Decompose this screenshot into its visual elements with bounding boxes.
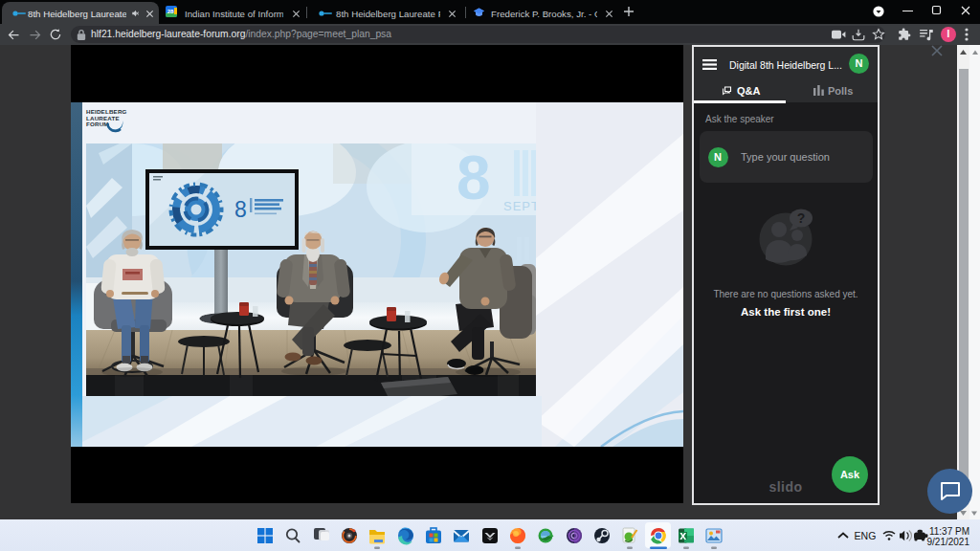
svg-text:28: 28 bbox=[167, 9, 174, 14]
svg-text:FORUM: FORUM bbox=[86, 121, 109, 127]
svg-text:?: ? bbox=[797, 210, 806, 226]
svg-text:11:37 PM: 11:37 PM bbox=[929, 526, 969, 537]
svg-text:8: 8 bbox=[234, 197, 247, 222]
svg-text:ENG: ENG bbox=[855, 530, 877, 541]
svg-text:8: 8 bbox=[457, 143, 491, 212]
svg-text:SEPT: SEPT bbox=[503, 199, 540, 213]
svg-text:9/21/2021: 9/21/2021 bbox=[927, 537, 970, 547]
